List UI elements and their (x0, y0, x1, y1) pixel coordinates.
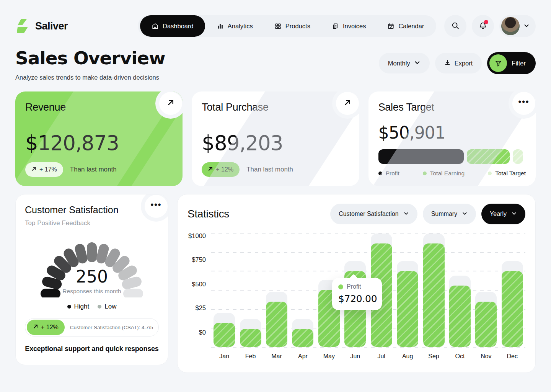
chevron-down-icon (403, 211, 409, 218)
bar-oct[interactable] (449, 286, 471, 347)
x-axis-label: Oct (447, 353, 473, 360)
nav-item-label: Analytics (228, 23, 253, 30)
legend-item: Profit (378, 170, 399, 177)
topbar-actions (444, 15, 536, 37)
bar-nov[interactable] (475, 302, 497, 347)
target-segment-total-earning (467, 149, 510, 164)
target-title: Sales Target (378, 101, 526, 113)
saliver-logo-icon (15, 18, 31, 34)
satisfaction-gauge: 250 Responses this month (29, 229, 155, 297)
satisfaction-subtitle: Top Positive Feedback (25, 219, 159, 227)
y-axis-label: $0 (199, 329, 206, 336)
legend-dot (67, 305, 71, 309)
legend-dot (378, 172, 382, 175)
range-select[interactable]: Yearly (481, 204, 525, 224)
sales-dashboard: Saliver DashboardAnalyticsProductsInvoic… (0, 0, 551, 392)
gauge-legend-low: Low (98, 303, 116, 310)
arrow-up-right-icon (344, 99, 351, 108)
target-segment-total-target (513, 149, 523, 164)
page-header: Sales Overview Analyze sales trends to m… (0, 37, 551, 81)
csat-delta-badge: + 12% (27, 320, 65, 335)
x-axis-label: Aug (395, 353, 421, 360)
nav-item-analytics[interactable]: Analytics (207, 15, 263, 37)
export-button[interactable]: Export (435, 53, 482, 74)
purchase-value: $89,203 (202, 131, 349, 155)
bar-column-dec: Dec (499, 233, 525, 360)
topbar: Saliver DashboardAnalyticsProductsInvoic… (0, 0, 551, 37)
period-select[interactable]: Monthly (379, 53, 430, 74)
search-button[interactable] (444, 15, 466, 37)
x-axis-label: May (316, 353, 342, 360)
main-nav: DashboardAnalyticsProductsInvoicesCalend… (138, 15, 436, 37)
x-axis-label: Dec (499, 353, 525, 360)
gauge-legend-hight: Hight (67, 303, 90, 310)
nav-item-dashboard[interactable]: Dashboard (140, 15, 205, 37)
target-legend: ProfitTotal EarningTotal Target (378, 170, 526, 177)
x-axis-label: Apr (290, 353, 316, 360)
satisfaction-note: Exceptional support and quick responses (25, 345, 159, 353)
brand: Saliver (15, 18, 138, 34)
bar-chart: $1000$750$500$25$0 JanFebMarAprMayJunJul… (187, 233, 525, 360)
bar-column-jan: Jan (211, 233, 237, 360)
bar-feb[interactable] (240, 329, 261, 347)
x-axis-label: Jun (342, 353, 368, 360)
filter-button[interactable]: Filter (487, 52, 536, 74)
export-label: Export (455, 60, 473, 67)
expand-button[interactable] (336, 92, 359, 115)
arrow-up-right-icon (167, 99, 174, 108)
y-axis-label: $500 (192, 281, 206, 288)
y-axis-label: $1000 (188, 232, 206, 240)
brand-name: Saliver (35, 20, 68, 32)
purchase-expand (332, 91, 359, 119)
stat-cards-row: Revenue $120,873 + 17% Than last month T… (0, 91, 551, 186)
revenue-compare-label: Than last month (70, 166, 117, 173)
header-controls: Monthly Export Filter (379, 52, 536, 74)
notification-badge (484, 20, 488, 24)
notifications-button[interactable] (472, 15, 494, 37)
target-progress-bar (378, 149, 526, 164)
x-axis-label: Mar (264, 353, 290, 360)
grid-icon (274, 23, 282, 30)
y-axis: $1000$750$500$25$0 (187, 233, 211, 347)
more-options-button[interactable]: ••• (512, 92, 535, 115)
more-options-button[interactable]: ••• (145, 195, 168, 218)
user-avatar (501, 17, 520, 35)
purchase-delta-badge: + 12% (202, 162, 240, 177)
satisfaction-title: Customer Satisfaction (25, 204, 159, 216)
bar-jan[interactable] (214, 323, 235, 347)
bar-sep[interactable] (423, 243, 445, 347)
nav-item-products[interactable]: Products (264, 15, 320, 37)
expand-button[interactable] (159, 92, 182, 115)
total-purchase-card: Total Purchase $89,203 + 12% Than last m… (192, 91, 359, 186)
csat-score-label: Customer Satisfaction (CSAT): 4.7/5 (70, 325, 153, 330)
mode-select[interactable]: Summary (423, 204, 476, 224)
page-title: Sales Overview (15, 47, 165, 69)
analytics-icon (217, 23, 224, 30)
user-menu-button[interactable] (499, 15, 536, 37)
bar-mar[interactable] (266, 302, 287, 347)
nav-item-invoices[interactable]: Invoices (322, 15, 376, 37)
bar-apr[interactable] (292, 329, 313, 347)
customer-satisfaction-card: Customer Satisfaction Top Positive Feedb… (15, 194, 168, 365)
bar-column-nov: Nov (473, 233, 499, 360)
chevron-down-icon (462, 211, 468, 218)
bar-aug[interactable] (397, 271, 418, 347)
bar-column-oct: Oct (447, 233, 473, 360)
chart-tooltip: Profit $720.00 (332, 278, 382, 310)
bar-column-aug: Aug (395, 233, 421, 360)
x-axis-label: Jul (368, 353, 394, 360)
nav-item-calendar[interactable]: Calendar (377, 15, 434, 37)
gauge-legend: HightLow (25, 303, 159, 310)
purchase-title: Total Purchase (202, 101, 349, 113)
statistics-title: Statistics (187, 208, 229, 220)
legend-item: Total Earning (423, 170, 465, 177)
revenue-delta-badge: + 17% (25, 162, 63, 177)
purchase-compare-label: Than last month (246, 166, 293, 173)
plot-area: JanFebMarAprMayJunJulAugSepOctNovDec Pro… (211, 233, 525, 360)
x-axis-label: Jan (211, 353, 237, 360)
chevron-down-icon (511, 211, 517, 218)
bar-dec[interactable] (502, 271, 523, 347)
metric-select[interactable]: Customer Satisfaction (330, 204, 417, 224)
legend-dot (488, 172, 492, 175)
legend-item: Total Target (488, 170, 526, 177)
